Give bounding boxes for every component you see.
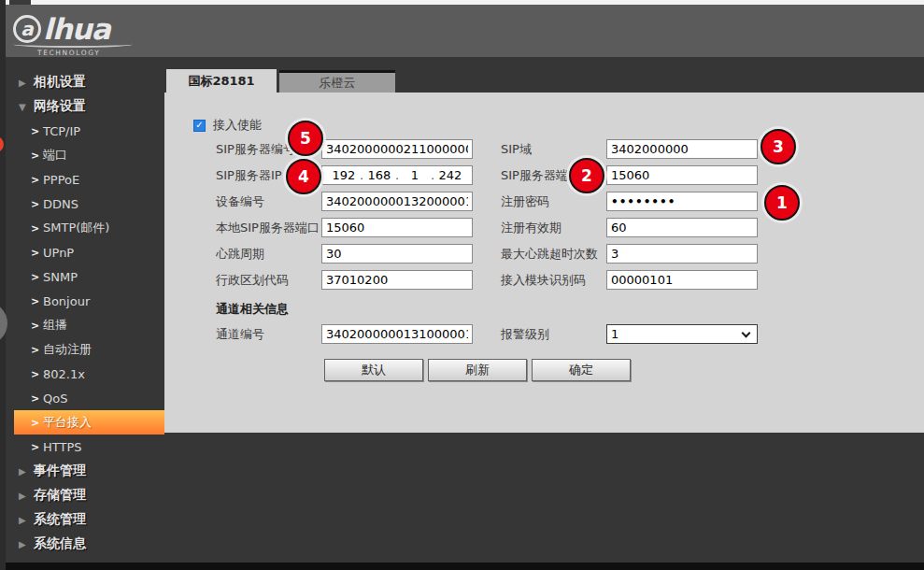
ip-octet[interactable]: 242 [434, 168, 466, 182]
sip-server-port-row: SIP服务器端口 [501, 165, 758, 185]
ip-octet[interactable]: 1 [399, 168, 431, 182]
logo-a-ring-icon: a [13, 15, 41, 43]
chevron-right-icon: > [31, 125, 43, 137]
sidebar-item-label: PPPoE [43, 173, 79, 187]
local-sip-server-port-label: 本地SIP服务器端口 [216, 220, 321, 236]
header-bar: a lhua TECHNOLOGY [0, 5, 924, 57]
chevron-right-icon: > [31, 368, 43, 380]
register-valid-period-row: 注册有效期 [501, 218, 758, 237]
chevron-right-icon: > [31, 174, 43, 186]
chevron-right-icon: > [31, 271, 43, 283]
chevron-right-icon: > [31, 247, 43, 259]
sidebar-item-multicast[interactable]: >组播 [6, 313, 164, 337]
sidebar-item-auto-register[interactable]: >自动注册 [6, 337, 164, 362]
ip-octet[interactable]: 168 [363, 168, 395, 182]
sip-server-ip-input[interactable]: 192.168.1.242 [321, 165, 473, 185]
admin-region-code-row: 行政区划代码 [216, 270, 473, 290]
channel-id-input[interactable] [321, 324, 473, 344]
settings-panel: ✓ 接入使能 SIP服务器编号SIP服务器IP192.168.1.242设备编号… [164, 93, 924, 433]
select-value: 1 [611, 327, 618, 341]
max-heartbeat-timeouts-input[interactable] [606, 244, 758, 264]
sidebar-item-snmp[interactable]: >SNMP [6, 264, 164, 289]
device-id-row: 设备编号 [216, 192, 473, 211]
chevron-right-icon: > [31, 392, 43, 405]
annotation-circle-1: 1 [764, 185, 800, 221]
local-sip-server-port-input[interactable] [321, 218, 473, 237]
channel-id-label: 通道编号 [216, 326, 321, 343]
sip-domain-input[interactable] [606, 139, 758, 159]
sidebar-item-pppoe[interactable]: >PPPoE [6, 167, 164, 192]
annotation-number: 4 [298, 167, 309, 186]
sip-domain-label: SIP域 [501, 141, 606, 158]
register-password-input[interactable] [606, 192, 758, 211]
sidebar: ▶相机设置▼网络设置>TCP/IP>端口>PPPoE>DDNS>SMTP(邮件)… [6, 57, 164, 556]
sidebar-item-ddns[interactable]: >DDNS [6, 192, 164, 216]
sidebar-item-label: 自动注册 [43, 341, 92, 358]
sidebar-item-label: 系统管理 [34, 511, 86, 528]
annotation-number: 1 [776, 193, 788, 212]
sidebar-item-system-info[interactable]: ▶系统信息 [6, 532, 164, 556]
chevron-right-icon: > [31, 320, 43, 332]
sidebar-item-https[interactable]: >HTTPS [6, 435, 164, 459]
alarm-level-select[interactable]: 1 [606, 324, 758, 344]
annotation-number: 5 [300, 129, 311, 148]
sidebar-item-8021x[interactable]: >802.1x [6, 362, 164, 386]
sip-domain-row: SIP域 [501, 139, 758, 159]
annotation-number: 2 [581, 166, 592, 185]
triangle-right-icon: ▶ [19, 491, 34, 501]
sidebar-item-camera-settings[interactable]: ▶相机设置 [6, 70, 164, 94]
access-module-id-input[interactable] [606, 270, 758, 290]
sip-server-id-row: SIP服务器编号 [216, 139, 473, 159]
sidebar-item-event-management[interactable]: ▶事件管理 [6, 459, 164, 483]
heartbeat-period-input[interactable] [321, 244, 473, 264]
register-password-row: 注册密码 [501, 192, 758, 211]
local-sip-server-port-row: 本地SIP服务器端口 [216, 218, 473, 237]
tab-gb28181[interactable]: 国标28181 [166, 69, 277, 93]
chevron-right-icon: > [31, 222, 43, 235]
annotation-circle-4: 4 [286, 159, 321, 194]
annotation-number: 3 [773, 137, 784, 156]
device-id-input[interactable] [321, 192, 473, 211]
sidebar-item-storage-management[interactable]: ▶存储管理 [6, 483, 164, 507]
sidebar-item-label: 组播 [43, 317, 67, 334]
sidebar-item-label: 端口 [43, 147, 67, 164]
register-valid-period-input[interactable] [606, 218, 758, 237]
sidebar-item-network-settings[interactable]: ▼网络设置 [6, 94, 164, 119]
button-row: 默认刷新确定 [324, 359, 631, 381]
sip-server-id-input[interactable] [321, 139, 473, 159]
sidebar-item-label: 平台接入 [43, 414, 92, 431]
chevron-right-icon: > [31, 150, 43, 162]
sidebar-item-label: 存储管理 [34, 487, 86, 504]
sidebar-item-system-management[interactable]: ▶系统管理 [6, 507, 164, 532]
alarm-level-row: 报警级别1 [501, 324, 758, 344]
access-module-id-row: 接入模块识别码 [501, 270, 758, 290]
sip-server-port-input[interactable] [606, 165, 758, 185]
admin-region-code-input[interactable] [321, 270, 473, 290]
annotation-circle-3: 3 [761, 129, 796, 164]
sidebar-item-smtp[interactable]: >SMTP(邮件) [6, 216, 164, 240]
sidebar-item-qos[interactable]: >QoS [6, 386, 164, 410]
chevron-right-icon: > [31, 417, 43, 429]
ip-octet[interactable]: 192 [328, 168, 360, 182]
default-button[interactable]: 默认 [324, 359, 423, 381]
dahua-web-config-screen: a lhua TECHNOLOGY ▶相机设置▼网络设置>TCP/IP>端口>P… [0, 0, 924, 570]
triangle-right-icon: ▶ [19, 466, 34, 477]
sidebar-item-upnp[interactable]: >UPnP [6, 240, 164, 264]
dahua-logo: a lhua TECHNOLOGY [13, 13, 133, 57]
triangle-down-icon: ▼ [19, 102, 34, 112]
left-edge-strip [0, 0, 6, 570]
sidebar-item-label: 事件管理 [34, 463, 86, 479]
alarm-level-label: 报警级别 [501, 326, 606, 343]
channel-id-row: 通道编号 [216, 324, 473, 344]
enable-checkbox[interactable]: ✓ [193, 120, 206, 132]
sidebar-item-port[interactable]: >端口 [6, 143, 164, 167]
ok-button[interactable]: 确定 [532, 359, 631, 381]
tab-lechange[interactable]: 乐橙云 [279, 70, 395, 93]
sidebar-item-platform-access[interactable]: >平台接入 [14, 410, 164, 435]
triangle-right-icon: ▶ [19, 515, 34, 525]
refresh-button[interactable]: 刷新 [428, 359, 527, 381]
logo-tagline: TECHNOLOGY [13, 49, 133, 57]
sidebar-item-bonjour[interactable]: >Bonjour [6, 289, 164, 313]
sidebar-item-tcpip[interactable]: >TCP/IP [6, 119, 164, 143]
max-heartbeat-timeouts-label: 最大心跳超时次数 [501, 246, 606, 263]
